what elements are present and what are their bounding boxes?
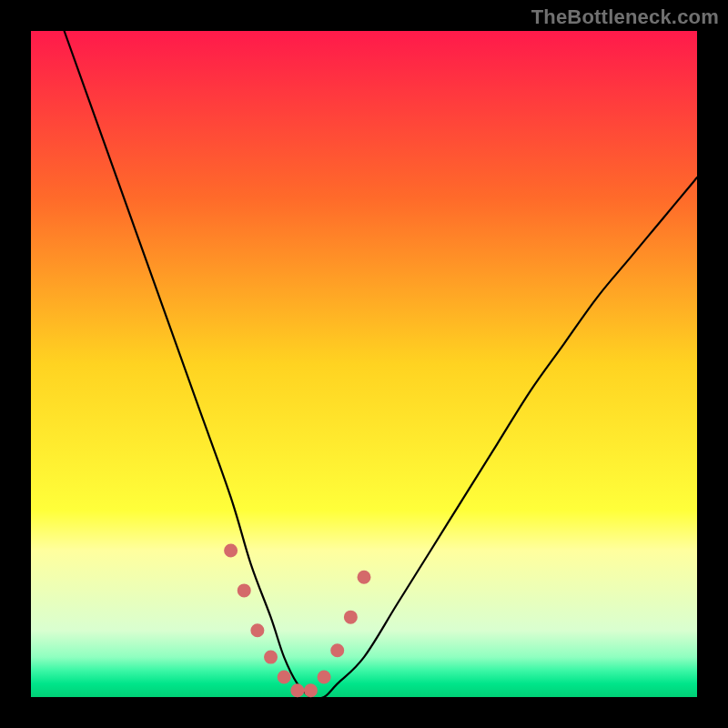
- plot-background: [31, 31, 697, 697]
- bottleneck-chart: [0, 0, 728, 728]
- chart-frame: TheBottleneck.com: [0, 0, 728, 728]
- watermark-text: TheBottleneck.com: [531, 5, 719, 29]
